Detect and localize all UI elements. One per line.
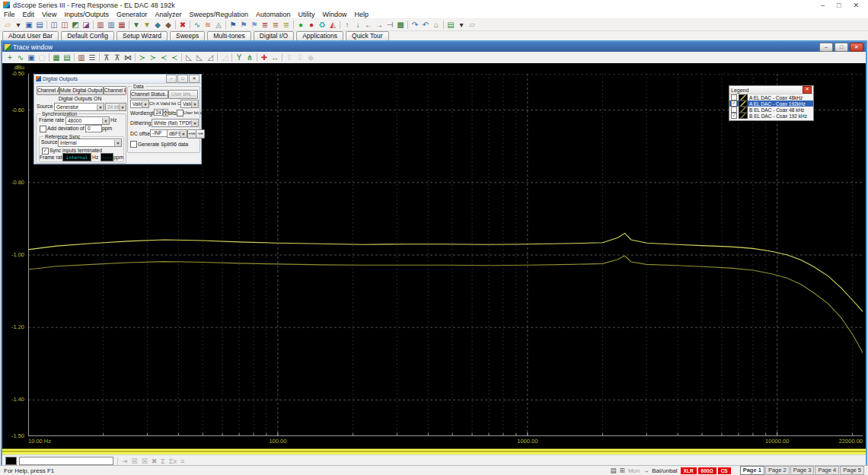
page-tab-2[interactable]: Page 2 xyxy=(765,466,790,475)
split96-checkbox[interactable] xyxy=(130,141,137,148)
stop-icon[interactable]: ● xyxy=(306,20,317,30)
sweep-halt-icon[interactable]: ⊣ xyxy=(385,20,395,30)
dc-negative-button[interactable]: -ve xyxy=(196,129,205,139)
rewind-trace-icon[interactable]: ≺ xyxy=(169,53,180,62)
cursor-delta-icon[interactable]: ◿ xyxy=(205,53,215,62)
print-icon[interactable]: ▤ xyxy=(611,467,617,474)
analyzer-setup-icon[interactable]: ◪ xyxy=(81,20,91,30)
menu-generator[interactable]: Generator xyxy=(113,11,152,18)
clear-reading-icon[interactable]: ☒ xyxy=(132,457,138,466)
page-tab-4[interactable]: Page 4 xyxy=(815,466,839,475)
ana-channel-b-icon[interactable]: ◆ xyxy=(163,20,174,30)
grid-toggle-icon[interactable]: ▦ xyxy=(51,53,62,62)
x-axis-scrollbar[interactable] xyxy=(2,448,866,454)
layout-icon[interactable]: ⊞ xyxy=(620,467,625,474)
report-icon[interactable]: ▤ xyxy=(445,20,456,30)
pan-horizontal-icon[interactable]: ↔ xyxy=(270,53,280,62)
copy-trace-icon[interactable]: ▢ xyxy=(37,53,47,62)
user-bit-check-checkbox[interactable] xyxy=(177,110,183,116)
run-icon[interactable]: ● xyxy=(295,20,306,30)
report-dropdown-icon[interactable]: ▾ xyxy=(456,20,467,30)
cursor-2-icon[interactable]: ◺ xyxy=(194,53,205,62)
menu-file[interactable]: File xyxy=(0,11,19,18)
deviation-input[interactable]: 0 xyxy=(85,125,102,132)
ana-channel-a-icon[interactable]: ◆ xyxy=(152,20,163,30)
reading-list-icon[interactable]: ≡ xyxy=(180,457,184,466)
valid-a-select[interactable]: Valid▼ xyxy=(130,100,149,108)
user-bits-button[interactable]: User bits... xyxy=(168,90,198,99)
generator-mute-icon[interactable]: ◫ xyxy=(59,20,70,30)
trace-close-button[interactable]: ✕ xyxy=(850,43,863,52)
cursor-readout-input[interactable] xyxy=(19,457,113,465)
legend-title-bar[interactable]: Legend ✕ xyxy=(729,86,813,94)
valid-b-select[interactable]: Valid▼ xyxy=(180,100,199,108)
signal-analyzer-icon[interactable]: ◩ xyxy=(70,20,81,30)
add-deviation-checkbox[interactable] xyxy=(40,126,46,132)
sweep-down-icon[interactable]: ↓ xyxy=(353,20,363,30)
channel-status-button[interactable]: Channel Status... xyxy=(130,90,168,99)
legend-checkbox[interactable] xyxy=(731,107,737,113)
menu-analyzer[interactable]: Analyzer xyxy=(151,11,185,18)
maximize-button[interactable]: □ xyxy=(837,2,841,9)
dialog-close-button[interactable]: ✕ xyxy=(189,75,199,83)
pan-traces-icon[interactable]: + xyxy=(5,53,15,62)
gen-channel-b-icon[interactable]: ▼ xyxy=(142,20,152,30)
import-trace-icon[interactable]: ⇩ xyxy=(295,53,305,62)
source-select[interactable]: Generator▼ xyxy=(54,103,104,111)
legend-close-button[interactable]: ✕ xyxy=(803,86,812,94)
smooth-trace-icon[interactable]: ∿ xyxy=(15,53,26,62)
save-all-icon[interactable]: ▤ xyxy=(34,20,45,30)
results-table-icon[interactable]: ▩ xyxy=(395,20,406,30)
page-tab-3[interactable]: Page 3 xyxy=(790,466,815,475)
scope-trace-icon[interactable]: ∿ xyxy=(192,20,203,30)
inputs-icon[interactable]: ▥ xyxy=(95,20,106,30)
script-3-icon[interactable]: ⚑ xyxy=(249,20,260,30)
menu-automation[interactable]: Automation xyxy=(252,11,295,18)
open-dropdown-icon[interactable]: ▾ xyxy=(13,20,24,30)
menu-inputs-outputs[interactable]: Inputs/Outputs xyxy=(60,11,113,18)
menu-edit[interactable]: Edit xyxy=(19,11,39,18)
trace-restore-button[interactable]: □ xyxy=(834,43,848,52)
dialog-title-bar[interactable]: Digital Outputs – □ ✕ xyxy=(34,75,201,84)
legend-item[interactable]: A EL DAC - Coax 48kHz xyxy=(729,94,813,100)
sum-icon[interactable]: Σ xyxy=(161,457,165,466)
menu-utility[interactable]: Utility xyxy=(295,11,319,18)
legend-item[interactable]: ✓A EL DAC - Coax 192kHz xyxy=(729,100,813,107)
delete-trace-icon[interactable]: ◿ xyxy=(219,53,230,62)
sweep-left-icon[interactable]: ← xyxy=(363,20,374,30)
dialog-minimize-button[interactable]: – xyxy=(166,75,177,83)
close-all-icon[interactable]: ✖ xyxy=(177,20,188,30)
legend-checkbox[interactable]: ✓ xyxy=(731,113,737,119)
sweep-right-icon[interactable]: → xyxy=(374,20,385,30)
menu-help[interactable]: Help xyxy=(351,11,373,18)
autoscale-fit-icon[interactable]: ⋈ xyxy=(123,53,133,62)
notes-icon[interactable]: ▱ xyxy=(467,20,477,30)
autoscale-y-icon[interactable]: ⊼ xyxy=(112,53,123,62)
menu-view[interactable]: View xyxy=(38,11,60,18)
delete-reading-icon[interactable]: ✖ xyxy=(152,457,158,466)
clear-all-readings-icon[interactable]: ☒ xyxy=(142,457,148,466)
abort-icon[interactable]: ◭ xyxy=(327,20,338,30)
monitor-outputs-icon[interactable]: ▦ xyxy=(116,20,127,30)
dithering-select[interactable]: White (flat) TPDF▼ xyxy=(152,119,199,127)
ref-source-select[interactable]: Internal▼ xyxy=(58,139,122,147)
cursor-color-swatch[interactable] xyxy=(5,457,17,465)
legend-checkbox[interactable] xyxy=(731,94,737,100)
branch-trace-icon[interactable]: ⋔ xyxy=(244,53,255,62)
home-config-icon[interactable]: ⌂ xyxy=(431,20,442,30)
close-button[interactable]: ✕ xyxy=(853,2,859,9)
mute-digital-outputs-button[interactable]: Mute Digital Outputs xyxy=(59,86,104,95)
channel-b-button[interactable]: Channel B xyxy=(104,86,126,95)
dc-unit-select[interactable]: dBFS▼ xyxy=(167,129,187,138)
multitone-2-icon[interactable]: ≣ xyxy=(270,20,281,30)
next-trace-icon[interactable]: ≻ xyxy=(137,53,148,62)
dialog-maximize-button[interactable]: □ xyxy=(177,75,188,83)
spin-down-icon[interactable]: ▼ xyxy=(163,113,168,116)
channel-a-button[interactable]: Channel A xyxy=(37,86,59,95)
trace-window-title-bar[interactable]: Trace window – □ ✕ xyxy=(2,42,866,52)
menu-window[interactable]: Window xyxy=(319,11,351,18)
open-icon[interactable]: ▱ xyxy=(2,20,13,30)
save-icon[interactable]: ▣ xyxy=(24,20,34,30)
spectrum-icon[interactable]: ≋ xyxy=(203,20,213,30)
redo-icon[interactable]: ↷ xyxy=(410,20,420,30)
